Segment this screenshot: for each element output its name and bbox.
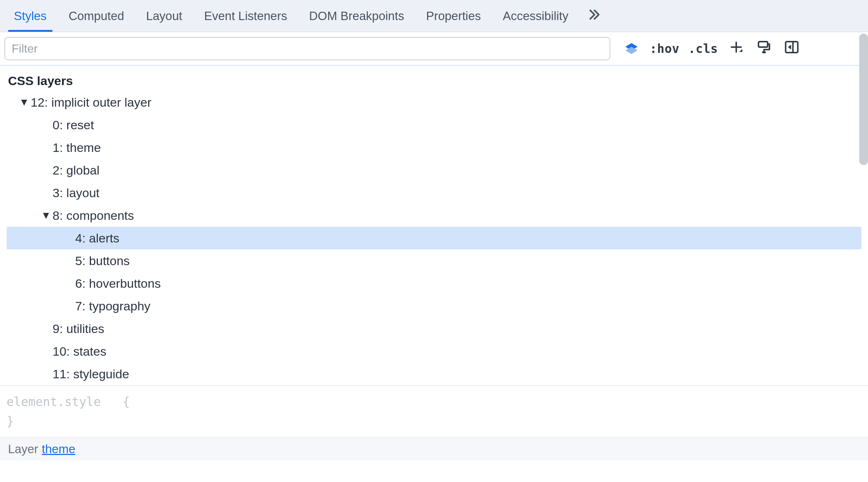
disclosure-triangle-down-icon[interactable]: ▼ <box>18 93 30 111</box>
layer-label: states <box>73 340 107 363</box>
sidebar-toggle-icon[interactable] <box>782 39 801 58</box>
tab-label: Styles <box>14 9 47 23</box>
tab-computed[interactable]: Computed <box>58 0 135 32</box>
layer-label: theme <box>66 137 101 159</box>
tab-label: DOM Breakpoints <box>309 9 404 23</box>
layer-index: 4 <box>75 227 82 249</box>
toolbar-right-group: :hov .cls <box>615 39 801 58</box>
paint-icon <box>757 40 771 57</box>
tab-label: Event Listeners <box>204 9 287 23</box>
layer-row-reset[interactable]: 0: reset <box>7 114 861 136</box>
svg-rect-5 <box>762 51 766 53</box>
layer-row-layout[interactable]: 3: layout <box>7 181 861 204</box>
layer-label: layout <box>66 182 100 204</box>
layer-strip-link[interactable]: theme <box>42 442 76 456</box>
layer-index: 6 <box>75 272 82 295</box>
layer-label: reset <box>66 114 94 136</box>
layer-row-theme[interactable]: 1: theme <box>7 136 861 159</box>
rule-selector: element.style <box>7 395 101 409</box>
layer-label: utilities <box>66 318 104 340</box>
svg-rect-4 <box>758 42 768 47</box>
layer-index: 11 <box>53 363 66 385</box>
new-style-rule-button[interactable] <box>727 39 746 58</box>
tab-label: Properties <box>426 9 481 23</box>
disclosure-triangle-down-icon[interactable]: ▼ <box>40 206 52 225</box>
layer-label: buttons <box>89 250 130 272</box>
layer-row-root[interactable]: ▼ 12: implicit outer layer <box>7 91 861 114</box>
rule-open-brace: { <box>123 395 130 409</box>
tab-accessibility[interactable]: Accessibility <box>492 0 580 32</box>
tab-styles[interactable]: Styles <box>3 0 58 32</box>
layer-label: global <box>66 159 100 181</box>
css-layers-heading: CSS layers <box>0 66 868 91</box>
styles-content: CSS layers ▼ 12: implicit outer layer 0:… <box>0 66 868 482</box>
cls-toggle[interactable]: .cls <box>688 42 718 56</box>
layer-label: implicit outer layer <box>51 91 151 114</box>
layer-index: 10 <box>53 340 66 363</box>
layer-row-hoverbuttons[interactable]: 6: hoverbuttons <box>7 272 861 295</box>
element-style-rule[interactable]: element.style { } <box>0 385 868 437</box>
layer-row-states[interactable]: 10: states <box>7 340 861 363</box>
layer-row-styleguide[interactable]: 11: styleguide <box>7 363 861 385</box>
tab-label: Computed <box>69 9 124 23</box>
layer-index: 0 <box>53 114 59 136</box>
layer-index: 2 <box>53 159 59 181</box>
layer-label: styleguide <box>73 363 129 385</box>
tab-layout[interactable]: Layout <box>135 0 193 32</box>
tab-label: Layout <box>146 9 182 23</box>
layer-label: hoverbuttons <box>89 272 161 295</box>
layer-index: 1 <box>53 137 59 159</box>
css-layers-tree: ▼ 12: implicit outer layer 0: reset 1: t… <box>0 91 868 385</box>
layer-label: typography <box>89 295 150 317</box>
layer-index: 7 <box>75 295 82 317</box>
tab-overflow-button[interactable] <box>579 7 608 25</box>
layer-index: 3 <box>53 182 59 204</box>
tab-bar: Styles Computed Layout Event Listeners D… <box>0 0 868 32</box>
tab-properties[interactable]: Properties <box>415 0 492 32</box>
tab-event-listeners[interactable]: Event Listeners <box>193 0 298 32</box>
layer-row-alerts[interactable]: 4: alerts <box>7 227 861 249</box>
filter-input[interactable] <box>4 37 610 60</box>
layer-row-components[interactable]: ▼ 8: components <box>7 204 861 227</box>
tab-dom-breakpoints[interactable]: DOM Breakpoints <box>298 0 415 32</box>
layer-index: 8 <box>53 204 59 227</box>
layer-label: alerts <box>89 227 119 249</box>
layer-index: 12 <box>31 91 45 114</box>
layer-label: components <box>66 204 134 227</box>
hov-toggle[interactable]: :hov <box>650 42 679 56</box>
tab-label: Accessibility <box>503 9 569 23</box>
css-layers-icon[interactable] <box>622 39 641 58</box>
layer-strip-prefix: Layer <box>8 442 38 456</box>
computed-styles-icon[interactable] <box>754 39 773 58</box>
svg-rect-6 <box>786 42 798 53</box>
layer-index: 5 <box>75 250 82 272</box>
styles-toolbar: :hov .cls <box>0 32 868 66</box>
layer-row-typography[interactable]: 7: typography <box>7 295 861 317</box>
layer-origin-strip: Layer theme <box>0 437 868 460</box>
layer-index: 9 <box>53 318 59 340</box>
layer-row-utilities[interactable]: 9: utilities <box>7 317 861 340</box>
chevrons-right-icon <box>587 7 601 25</box>
panel-right-icon <box>784 40 799 57</box>
plus-icon <box>729 40 744 57</box>
vertical-scrollbar[interactable] <box>859 34 868 165</box>
layer-row-buttons[interactable]: 5: buttons <box>7 249 861 272</box>
layer-row-global[interactable]: 2: global <box>7 159 861 181</box>
rule-close-brace: } <box>7 414 14 428</box>
